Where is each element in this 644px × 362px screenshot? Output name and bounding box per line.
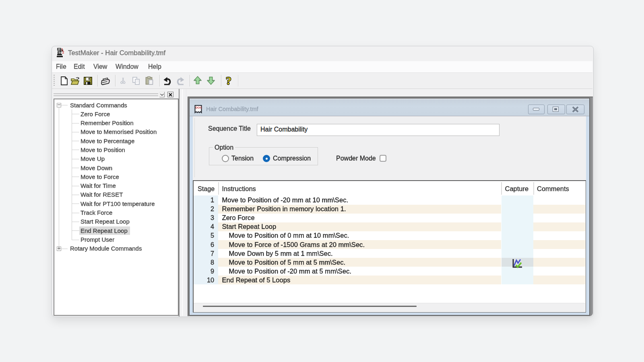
svg-text:DOC: DOC	[195, 106, 202, 109]
svg-text:?: ?	[226, 75, 231, 87]
svg-text:2: 2	[62, 50, 64, 54]
